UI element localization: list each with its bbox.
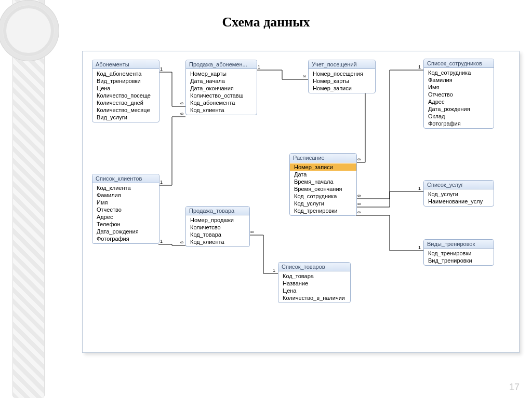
svg-text:1: 1 [160,239,163,244]
table-field[interactable]: Адрес [424,98,494,105]
table-field[interactable]: Дата [290,171,356,178]
table-field[interactable]: Номер_записи [309,85,375,92]
table-header[interactable]: Список_сотрудников [424,59,494,68]
table-field[interactable]: Код_услуги [290,200,356,207]
table-header[interactable]: Список_услуг [424,181,494,189]
svg-text:∞: ∞ [250,229,254,235]
table-fields: Номер_картыДата_началаДата_окончанияКоли… [186,69,257,115]
table-header[interactable]: Продажа_товара [186,207,249,215]
svg-text:1: 1 [160,180,163,185]
table-field[interactable]: Цена [92,85,159,92]
table-field[interactable]: Наименование_услу [424,198,494,205]
table-field[interactable]: Время_окончания [290,185,356,193]
table-field[interactable]: Фотография [92,235,159,242]
slide-title: Схема данных [0,15,532,30]
table-field[interactable]: Фамилия [92,191,159,199]
table-field[interactable]: Код_клиента [186,106,257,114]
table-field[interactable]: Количетсво [186,224,249,231]
table-field[interactable]: Количество_посеще [92,92,159,99]
table-field[interactable]: Код_абонемента [186,99,257,106]
table-field[interactable]: Вид_тренировки [92,77,159,85]
table-fields: Номер_посещенияНомер_картыНомер_записи [309,69,375,93]
table-fields: Код_услугиНаименование_услу [424,189,494,206]
table-prodazha_abon[interactable]: Продажа_абонемен...Номер_картыДата_начал… [185,60,257,115]
table-uchet[interactable]: Учет_посещенийНомер_посещенияНомер_карты… [308,60,376,93]
table-header[interactable]: Учет_посещений [309,60,375,69]
table-field[interactable]: Название [278,280,350,287]
table-field[interactable]: Код_сотрудника [424,69,494,76]
table-field[interactable]: Фамилия [424,76,494,84]
table-field[interactable]: Код_тренировки [424,250,494,257]
svg-text:∞: ∞ [357,201,361,207]
table-field[interactable]: Цена [278,287,350,294]
table-field[interactable]: Номер_записи [290,163,356,171]
table-fields: Код_клиентаФамилияИмяОтчествоАдресТелефо… [92,183,159,243]
svg-text:∞: ∞ [357,157,361,162]
svg-text:1: 1 [273,268,275,273]
svg-text:∞: ∞ [180,240,183,245]
table-trenirovki[interactable]: Виды_тренировокКод_тренировкиВид_трениро… [423,239,494,266]
table-field[interactable]: Код_клиента [92,184,159,191]
table-raspisanie[interactable]: РасписаниеНомер_записиДатаВремя_началаВр… [289,153,357,216]
table-fields: Код_товараНазваниеЦенаКоличество_в_налич… [278,271,350,303]
table-field[interactable]: Дата_рождения [424,105,494,113]
table-field[interactable]: Имя [92,199,159,206]
svg-text:1: 1 [418,245,421,250]
table-field[interactable]: Номер_посещения [309,70,375,77]
table-klienty[interactable]: Список_клиентовКод_клиентаФамилияИмяОтче… [92,174,159,244]
table-field[interactable]: Оклад [424,113,494,120]
table-header[interactable]: Список_клиентов [92,174,159,183]
table-header[interactable]: Абонементы [92,60,159,69]
schema-canvas: 1∞1∞1∞1∞∞1∞1∞1∞1∞1 АбонементыКод_абонеме… [82,51,520,353]
table-field[interactable]: Код_сотрудника [290,193,356,200]
svg-text:∞: ∞ [357,193,361,198]
table-field[interactable]: Код_услуги [424,190,494,198]
table-field[interactable]: Количество_месяце [92,106,159,114]
table-fields: Код_тренировкиВид_тренировки [424,249,494,265]
table-field[interactable]: Код_тренировки [290,207,356,214]
table-field[interactable]: Количество_в_наличии [278,294,350,301]
table-field[interactable]: Вид_услуги [92,114,159,121]
table-fields: Код_сотрудникаФамилияИмяОтчествоАдресДат… [424,68,494,128]
table-field[interactable]: Дата_окончания [186,85,257,92]
table-field[interactable]: Имя [424,84,494,91]
svg-text:∞: ∞ [303,74,306,79]
table-header[interactable]: Расписание [290,154,356,162]
table-uslugi[interactable]: Список_услугКод_услугиНаименование_услу [423,180,494,207]
table-field[interactable]: Код_клиента [186,238,249,245]
slide-number: 17 [509,382,520,393]
table-field[interactable]: Телефон [92,221,159,228]
table-field[interactable]: Отчество [92,206,159,213]
table-fields: Номер_продажиКоличетсвоКод_товараКод_кли… [186,215,249,246]
table-fields: Код_абонементаВид_тренировкиЦенаКоличест… [92,69,159,122]
table-field[interactable]: Код_абонемента [92,70,159,77]
table-sotrudniki[interactable]: Список_сотрудниковКод_сотрудникаФамилияИ… [423,59,494,129]
table-field[interactable]: Время_начала [290,178,356,185]
svg-text:∞: ∞ [180,111,183,116]
table-field[interactable]: Номер_продажи [186,216,249,224]
table-header[interactable]: Виды_тренировок [424,240,494,249]
svg-text:∞: ∞ [357,210,361,215]
table-header[interactable]: Продажа_абонемен... [186,60,257,69]
table-field[interactable]: Код_товара [278,272,350,280]
table-field[interactable]: Номер_карты [186,70,257,77]
table-field[interactable]: Дата_рождения [92,228,159,235]
table-field[interactable]: Дата_начала [186,77,257,85]
svg-text:1: 1 [258,64,260,70]
table-field[interactable]: Код_товара [186,231,249,238]
table-field[interactable]: Количество_оставш [186,92,257,99]
svg-text:1: 1 [160,66,163,72]
table-field[interactable]: Количество_дней [92,99,159,106]
table-prodazha_tov[interactable]: Продажа_товараНомер_продажиКоличетсвоКод… [185,206,250,247]
slide-decoration [0,0,73,398]
svg-text:1: 1 [418,64,421,70]
table-header[interactable]: Список_товаров [278,263,350,271]
svg-text:∞: ∞ [180,101,183,106]
table-field[interactable]: Адрес [92,213,159,221]
table-field[interactable]: Фотография [424,120,494,127]
table-field[interactable]: Отчество [424,91,494,98]
table-field[interactable]: Вид_тренировки [424,257,494,264]
table-abonementy[interactable]: АбонементыКод_абонементаВид_тренировкиЦе… [92,60,159,122]
table-tovary[interactable]: Список_товаровКод_товараНазваниеЦенаКоли… [278,262,351,303]
table-field[interactable]: Номер_карты [309,77,375,85]
